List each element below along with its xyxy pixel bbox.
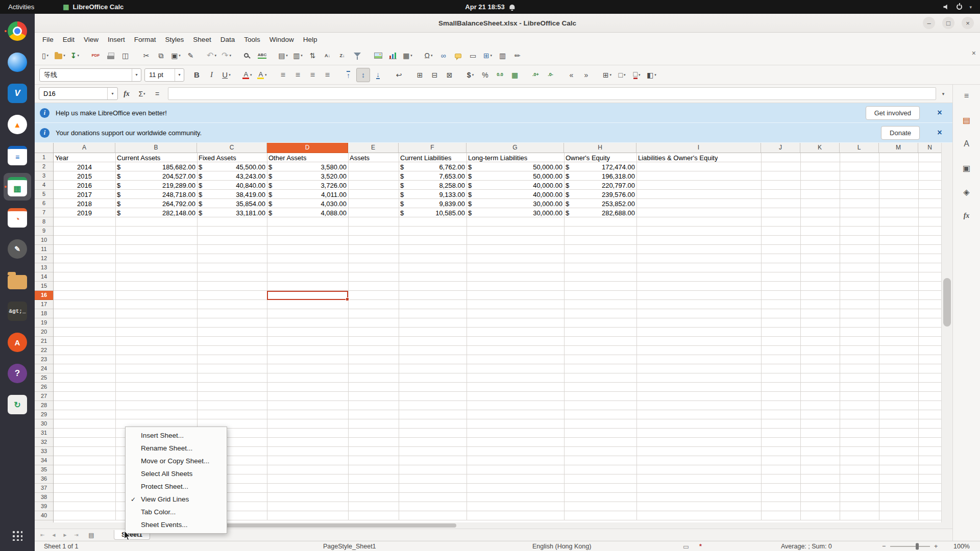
page-style-label[interactable]: PageStyle_Sheet1 bbox=[323, 543, 376, 550]
headers-footers-button[interactable]: ▭ bbox=[466, 48, 480, 63]
cell[interactable]: $ 4,088.00 bbox=[267, 208, 348, 217]
merge-cells-button[interactable]: ⊟ bbox=[428, 68, 442, 82]
row-header[interactable]: 35 bbox=[35, 465, 53, 474]
percent-format-button[interactable]: % bbox=[478, 68, 492, 82]
highlight-color-button[interactable]: A ▾ bbox=[255, 68, 269, 82]
row-header[interactable]: 16 bbox=[35, 291, 53, 300]
column-header[interactable]: I bbox=[636, 143, 761, 153]
pivot-table-button[interactable]: ▦ ▾ bbox=[401, 48, 414, 63]
cell[interactable]: $ 40,840.00 bbox=[197, 181, 267, 190]
column-header[interactable]: J bbox=[761, 143, 800, 153]
chevron-down-icon[interactable]: ▾ bbox=[107, 88, 117, 99]
sidebar-settings-icon[interactable]: ≡ bbox=[960, 89, 974, 103]
show-apps-button[interactable] bbox=[4, 525, 31, 546]
row-header[interactable]: 39 bbox=[35, 502, 53, 511]
sort-button[interactable]: ⇅ bbox=[306, 48, 320, 63]
libreoffice-writer-dock-icon[interactable]: ≡ bbox=[4, 142, 31, 169]
donate-button[interactable]: Donate bbox=[881, 126, 920, 140]
activities-button[interactable]: Activities bbox=[0, 0, 42, 14]
insert-comment-button[interactable] bbox=[451, 48, 465, 63]
cell[interactable]: 2018 bbox=[54, 199, 115, 208]
row-header[interactable]: 5 bbox=[35, 190, 53, 199]
menu-item[interactable]: Data bbox=[216, 33, 240, 46]
font-size-combobox[interactable]: 11 pt ▾ bbox=[144, 68, 184, 82]
cell[interactable]: $ 219,289.00 bbox=[115, 181, 197, 190]
open-button[interactable]: ▾ bbox=[53, 48, 67, 63]
last-sheet-button[interactable]: ⇥ bbox=[71, 530, 81, 540]
currency-format-button[interactable]: $ ▾ bbox=[463, 68, 477, 82]
date-format-button[interactable]: ▦ bbox=[508, 68, 522, 82]
row-header[interactable]: 28 bbox=[35, 401, 53, 410]
previous-sheet-button[interactable]: ◄ bbox=[49, 530, 59, 540]
cell[interactable]: $ 38,419.00 bbox=[197, 190, 267, 199]
cell[interactable] bbox=[636, 171, 761, 181]
sort-ascending-button[interactable]: A↓ bbox=[321, 48, 334, 63]
cell[interactable]: Current Assets bbox=[115, 153, 197, 162]
menu-item[interactable]: File bbox=[38, 33, 58, 46]
row-header[interactable]: 1 bbox=[35, 153, 53, 162]
libreoffice-impress-dock-icon[interactable]: ◔ bbox=[4, 204, 31, 232]
cell[interactable]: $ 3,520.00 bbox=[267, 171, 348, 181]
minimize-button[interactable]: – bbox=[923, 17, 935, 29]
context-menu-item[interactable]: Rename Sheet... bbox=[126, 442, 227, 455]
row-header[interactable]: 3 bbox=[35, 171, 53, 181]
row-header[interactable]: 7 bbox=[35, 208, 53, 217]
split-window-button[interactable]: ▥ bbox=[496, 48, 509, 63]
align-top-button[interactable]: ↑ bbox=[341, 68, 355, 82]
language-label[interactable]: English (Hong Kong) bbox=[532, 543, 591, 550]
find-replace-button[interactable] bbox=[240, 48, 254, 63]
chevron-down-icon[interactable]: ▾ bbox=[175, 69, 184, 81]
cell[interactable]: 2017 bbox=[54, 190, 115, 199]
cell[interactable] bbox=[636, 190, 761, 199]
number-format-button[interactable]: 0.0 bbox=[493, 68, 507, 82]
insert-image-button[interactable] bbox=[371, 48, 385, 63]
cell[interactable]: $ 35,854.00 bbox=[197, 199, 267, 208]
center-vertically-button[interactable]: ↕ bbox=[356, 68, 370, 82]
cell[interactable] bbox=[348, 181, 399, 190]
border-color-button[interactable]: □ ▾ bbox=[630, 68, 644, 82]
cell[interactable]: $ 45,500.00 bbox=[197, 162, 267, 171]
title-bar[interactable]: SmallBalanceSheet.xlsx - LibreOffice Cal… bbox=[35, 14, 980, 33]
spelling-button[interactable]: ABC bbox=[255, 48, 269, 63]
row-header[interactable]: 19 bbox=[35, 318, 53, 328]
zoom-slider-thumb[interactable] bbox=[916, 543, 919, 549]
average-sum-label[interactable]: Average: ; Sum: 0 bbox=[781, 543, 832, 550]
row-header[interactable]: 34 bbox=[35, 456, 53, 465]
input-line[interactable] bbox=[168, 87, 936, 100]
column-header[interactable]: C bbox=[197, 143, 267, 153]
cell[interactable]: $ 172,474.00 bbox=[564, 162, 636, 171]
cell[interactable]: $ 7,653.00 bbox=[399, 171, 467, 181]
context-menu-item[interactable]: Protect Sheet... bbox=[126, 480, 227, 493]
functions-deck-icon[interactable]: fx bbox=[960, 209, 974, 223]
cell[interactable] bbox=[348, 171, 399, 181]
styles-deck-icon[interactable]: A bbox=[960, 137, 974, 151]
cell[interactable]: $ 4,011.00 bbox=[267, 190, 348, 199]
terminal-dock-icon[interactable]: &gt;_ bbox=[4, 297, 31, 325]
menu-item[interactable]: Insert bbox=[103, 33, 130, 46]
menu-item[interactable]: Edit bbox=[58, 33, 79, 46]
chrome-dock-icon[interactable] bbox=[4, 17, 31, 45]
expand-formula-bar-icon[interactable]: ▾ bbox=[938, 91, 948, 96]
row-header[interactable]: 40 bbox=[35, 511, 53, 520]
row-header[interactable]: 38 bbox=[35, 493, 53, 502]
column-header[interactable]: N bbox=[918, 143, 941, 153]
cell[interactable]: $ 50,000.00 bbox=[467, 162, 564, 171]
menu-item[interactable]: Window bbox=[265, 33, 299, 46]
row-header[interactable]: 25 bbox=[35, 373, 53, 383]
cell[interactable]: $ 9,133.00 bbox=[399, 190, 467, 199]
redo-button[interactable]: ↷ ▾ bbox=[219, 48, 233, 63]
cell[interactable]: Owner's Equity bbox=[564, 153, 636, 162]
row-header[interactable]: 29 bbox=[35, 410, 53, 419]
cell[interactable]: Long-term Liabilities bbox=[467, 153, 564, 162]
cell[interactable]: $ 248,718.00 bbox=[115, 190, 197, 199]
paste-button[interactable]: ▣ ▾ bbox=[169, 48, 183, 63]
menu-item[interactable]: Tools bbox=[239, 33, 265, 46]
cell[interactable]: $ 239,576.00 bbox=[564, 190, 636, 199]
export-pdf-button[interactable]: PDF bbox=[89, 48, 103, 63]
row-header[interactable]: 32 bbox=[35, 438, 53, 447]
row-header[interactable]: 31 bbox=[35, 429, 53, 438]
horizontal-scrollbar-thumb[interactable] bbox=[225, 523, 456, 528]
row-header[interactable]: 37 bbox=[35, 484, 53, 493]
context-menu-item[interactable]: Insert Sheet... bbox=[126, 429, 227, 442]
row-header[interactable]: 2 bbox=[35, 162, 53, 171]
